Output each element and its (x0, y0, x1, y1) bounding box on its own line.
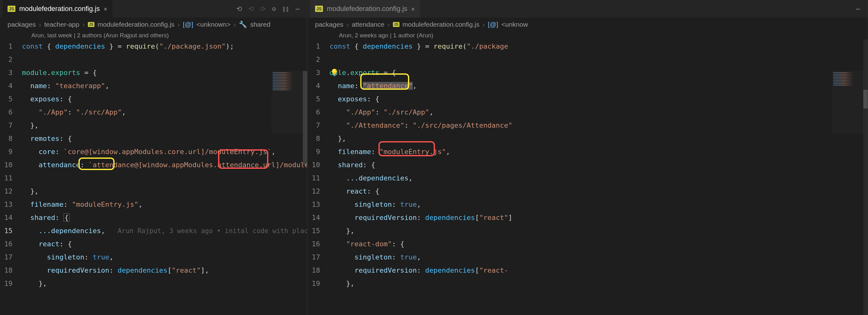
js-file-icon: JS (393, 22, 400, 27)
code-line[interactable]: 2 (0, 53, 307, 66)
code-line[interactable]: 13 singleton: true, (308, 198, 868, 211)
code-line[interactable]: 3 💡 dule.exports = { (308, 66, 868, 79)
code-line[interactable]: 1 const { dependencies } = require("./pa… (0, 39, 307, 53)
line-number: 3 (308, 69, 330, 76)
line-number: 4 (308, 82, 330, 90)
line-number: 2 (0, 56, 22, 63)
code-line[interactable]: 6 "./App": "./src/App", (0, 105, 307, 119)
code-line[interactable]: 19 }, (308, 277, 868, 290)
chevron-right-icon: › (178, 21, 180, 28)
line-number: 5 (0, 95, 22, 103)
code-line[interactable]: 5 exposes: { (308, 92, 868, 105)
editor-pane-left: JS modulefederation.config.js ✕ ⟲ ⟲ ⟳ ⊙ … (0, 0, 308, 315)
line-number: 3 (0, 69, 22, 76)
close-icon[interactable]: ✕ (411, 5, 415, 12)
code-line[interactable]: 5 exposes: { (0, 92, 307, 105)
codelens-left[interactable]: Arun, last week | 2 authors (Arun Rajput… (0, 31, 307, 39)
line-number: 14 (308, 214, 330, 221)
code-line[interactable]: 16 "react-dom": { (308, 237, 868, 250)
bc-segment[interactable]: modulefederation.config.js (98, 21, 175, 28)
code-line[interactable]: 3 module.exports = { (0, 66, 307, 79)
code-line[interactable]: 4 name: "teacherapp", (0, 79, 307, 92)
line-number: 16 (0, 240, 22, 248)
revert-icon[interactable]: ⟲ (248, 5, 254, 13)
code-line[interactable]: 7 "./Attendance": "./src/pages/Attendanc… (308, 119, 868, 132)
code-line[interactable]: 13 filename: "moduleEntry.js", (0, 198, 307, 211)
close-icon[interactable]: ✕ (103, 5, 107, 12)
line-number: 6 (308, 108, 330, 116)
code-line[interactable]: 15 }, (308, 224, 868, 237)
code-line[interactable]: 6 "./App": "./src/App", (308, 105, 868, 119)
line-number: 18 (308, 266, 330, 274)
line-number: 19 (308, 280, 330, 287)
code-line[interactable]: 10 attendance: `attendance@[window.appMo… (0, 158, 307, 171)
tab-bar-left: JS modulefederation.config.js ✕ ⟲ ⟲ ⟳ ⊙ … (0, 0, 307, 18)
bc-segment[interactable]: modulefederation.config.js (403, 21, 479, 28)
bc-segment[interactable]: attendance (352, 21, 384, 28)
go-back-icon[interactable]: ⟲ (236, 5, 242, 13)
line-number: 10 (308, 161, 330, 169)
refresh-icon[interactable]: ⟳ (260, 5, 266, 13)
js-file-icon: JS (7, 6, 16, 12)
code-line[interactable]: 7 }, (0, 119, 307, 132)
code-line[interactable]: 9 filename: "moduleEntry.js", (308, 145, 868, 158)
wrench-icon: 🔧 (239, 21, 247, 28)
line-number: 17 (0, 253, 22, 261)
code-line[interactable]: 12 react: { (308, 185, 868, 198)
code-line[interactable]: 11 ...dependencies, (308, 171, 868, 185)
lightbulb-icon[interactable]: 💡 (330, 69, 339, 76)
line-number: 9 (308, 148, 330, 156)
line-number: 11 (308, 174, 330, 182)
codelens-right[interactable]: Arun, 2 weeks ago | 1 author (Arun) (308, 31, 868, 39)
code-line[interactable]: 1 const { dependencies } = require("./pa… (308, 39, 868, 53)
line-number: 6 (0, 108, 22, 116)
tab-actions-left: ⟲ ⟲ ⟳ ⊙ ⫿⫿ ⋯ (236, 5, 305, 13)
bc-segment[interactable]: shared (250, 21, 270, 28)
code-line[interactable]: 8 }, (308, 132, 868, 145)
bc-segment[interactable]: <unknown> (196, 21, 231, 28)
line-number: 10 (0, 161, 22, 169)
code-line[interactable]: 10 shared: { (308, 158, 868, 171)
code-area-left[interactable]: 1 const { dependencies } = require("./pa… (0, 39, 307, 315)
code-line[interactable]: 17 singleton: true, (308, 250, 868, 263)
run-icon[interactable]: ⊙ (272, 5, 276, 13)
code-line[interactable]: 16 react: { (0, 237, 307, 250)
breadcrumb-left[interactable]: packages › teacher-app › JS modulefedera… (0, 18, 307, 31)
code-area-right[interactable]: 1 const { dependencies } = require("./pa… (308, 39, 868, 315)
more-icon[interactable]: ⋯ (296, 5, 300, 13)
js-file-icon: JS (315, 6, 323, 12)
bc-segment[interactable]: packages (7, 21, 36, 28)
code-line[interactable]: 14 shared: { (0, 211, 307, 224)
bc-segment[interactable]: teacher-app (44, 21, 80, 28)
js-file-icon: JS (88, 22, 94, 27)
bc-segment[interactable]: packages (315, 21, 343, 28)
code-line[interactable]: 17 singleton: true, (0, 250, 307, 263)
line-number: 2 (308, 56, 330, 63)
line-number: 12 (0, 187, 22, 195)
line-number: 14 (0, 214, 22, 221)
code-line[interactable]: 4 name: "attendance", (308, 79, 868, 92)
code-line[interactable]: 18 requiredVersion: dependencies["react- (308, 263, 868, 277)
breadcrumb-right[interactable]: packages › attendance › JS modulefederat… (308, 18, 868, 31)
more-icon[interactable]: ⋯ (856, 5, 860, 13)
split-editor-icon[interactable]: ⫿⫿ (282, 5, 289, 13)
line-number: 4 (0, 82, 22, 90)
code-line[interactable]: 19 }, (0, 277, 307, 290)
bc-segment[interactable]: <unknow (501, 21, 528, 28)
tab-left[interactable]: JS modulefederation.config.js ✕ (2, 0, 113, 18)
tab-right[interactable]: JS modulefederation.config.js ✕ (310, 0, 420, 18)
line-number: 7 (308, 121, 330, 129)
code-line[interactable]: 18 requiredVersion: dependencies["react"… (0, 263, 307, 277)
code-line[interactable]: 8 remotes: { (0, 132, 307, 145)
line-number: 12 (308, 187, 330, 195)
chevron-right-icon: › (346, 21, 349, 28)
code-line[interactable]: 14 requiredVersion: dependencies["react"… (308, 211, 868, 224)
code-line[interactable]: 11 (0, 171, 307, 185)
code-line[interactable]: 15 ...dependencies,Arun Rajput, 3 weeks … (0, 224, 307, 237)
editor-pane-right: JS modulefederation.config.js ✕ ⋯ packag… (308, 0, 868, 315)
code-line[interactable]: 12 }, (0, 185, 307, 198)
tab-bar-right: JS modulefederation.config.js ✕ ⋯ (308, 0, 868, 18)
code-line[interactable]: 2 (308, 53, 868, 66)
code-line[interactable]: 9 core: `core@[window.appModules.core.ur… (0, 145, 307, 158)
line-number: 8 (0, 135, 22, 143)
